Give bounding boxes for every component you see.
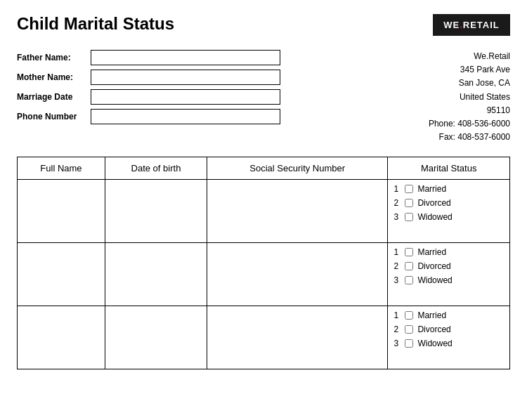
address-block: We.Retail 345 Park Ave San Jose, CA Unit… [429,50,510,144]
row3-divorced-label: Divorced [417,324,450,334]
row1-full-name[interactable] [18,180,105,243]
row2-widowed-label: Widowed [417,275,452,285]
row2-married-checkbox[interactable] [405,248,413,256]
row3-divorced-checkbox[interactable] [405,325,413,334]
row3-dob[interactable] [105,306,207,369]
row2-married-label: Married [417,247,446,257]
col-ssn: Social Security Number [207,157,387,180]
mother-name-label: Mother Name: [17,72,91,82]
row2-full-name[interactable] [18,243,105,306]
address-line7: Fax: 408-537-6000 [429,131,510,144]
address-line3: San Jose, CA [429,77,510,90]
page-title: Child Marital Status [17,14,174,34]
col-dob: Date of birth [105,157,207,180]
row2-marital-status: 1 Married 2 Divorced 3 Widowed [388,243,510,306]
row3-married-option: 1 Married [393,310,504,320]
row2-dob[interactable] [105,243,207,306]
address-line5: 95110 [429,104,510,117]
phone-number-label: Phone Number [17,112,91,122]
father-name-row: Father Name: [17,50,312,65]
logo-retail: RETAIL [463,20,500,30]
row2-widowed-option: 3 Widowed [393,275,504,285]
row3-divorced-option: 2 Divorced [393,324,504,334]
row3-widowed-label: Widowed [417,339,452,348]
row1-ssn[interactable] [207,180,387,243]
logo: WE.RETAIL [433,14,510,36]
mother-name-input[interactable] [91,70,280,85]
row1-widowed-option: 3 Widowed [393,212,504,222]
phone-number-row: Phone Number [17,109,312,124]
address-line1: We.Retail [429,50,510,63]
row1-marital-status: 1 Married 2 Divorced 3 Widowed [388,180,510,243]
form-fields: Father Name: Mother Name: Marriage Date … [17,50,312,129]
row2-divorced-label: Divorced [417,261,450,271]
row2-divorced-checkbox[interactable] [405,262,413,270]
row1-widowed-label: Widowed [417,212,452,222]
row1-widowed-checkbox[interactable] [405,213,413,221]
marriage-date-label: Marriage Date [17,92,91,102]
logo-we: WE [443,20,460,30]
row3-full-name[interactable] [18,306,105,369]
row2-divorced-option: 2 Divorced [393,261,504,271]
row1-divorced-option: 2 Divorced [393,198,504,208]
row1-married-option: 1 Married [393,184,504,194]
row2-married-option: 1 Married [393,247,504,257]
row3-married-label: Married [417,310,446,320]
row3-marital-status: 1 Married 2 Divorced 3 Widowed [388,306,510,369]
row3-widowed-checkbox[interactable] [405,339,413,348]
row1-divorced-checkbox[interactable] [405,199,413,207]
row3-married-checkbox[interactable] [405,311,413,320]
address-line6: Phone: 408-536-6000 [429,117,510,131]
address-line4: United States [429,91,510,104]
row1-divorced-label: Divorced [417,198,450,208]
col-marital-status: Marital Status [388,157,510,180]
col-full-name: Full Name [18,157,105,180]
address-line2: 345 Park Ave [429,63,510,77]
row3-ssn[interactable] [207,306,387,369]
page-header: Child Marital Status WE.RETAIL [17,14,510,36]
row3-widowed-option: 3 Widowed [393,339,504,348]
marriage-date-row: Marriage Date [17,89,312,105]
row1-dob[interactable] [105,180,207,243]
father-name-label: Father Name: [17,53,91,63]
row1-married-checkbox[interactable] [405,185,413,193]
row2-ssn[interactable] [207,243,387,306]
table-header-row: Full Name Date of birth Social Security … [18,157,510,180]
mother-name-row: Mother Name: [17,70,312,85]
father-name-input[interactable] [91,50,280,65]
table-row: 1 Married 2 Divorced 3 Widowed [18,243,510,306]
row1-married-label: Married [417,184,446,194]
marriage-date-input[interactable] [91,89,280,105]
table-row: 1 Married 2 Divorced 3 Widowed [18,306,510,369]
main-table: Full Name Date of birth Social Security … [17,157,510,369]
row2-widowed-checkbox[interactable] [405,276,413,284]
table-row: 1 Married 2 Divorced 3 Widowed [18,180,510,243]
phone-number-input[interactable] [91,109,280,124]
form-address-section: Father Name: Mother Name: Marriage Date … [17,50,510,144]
